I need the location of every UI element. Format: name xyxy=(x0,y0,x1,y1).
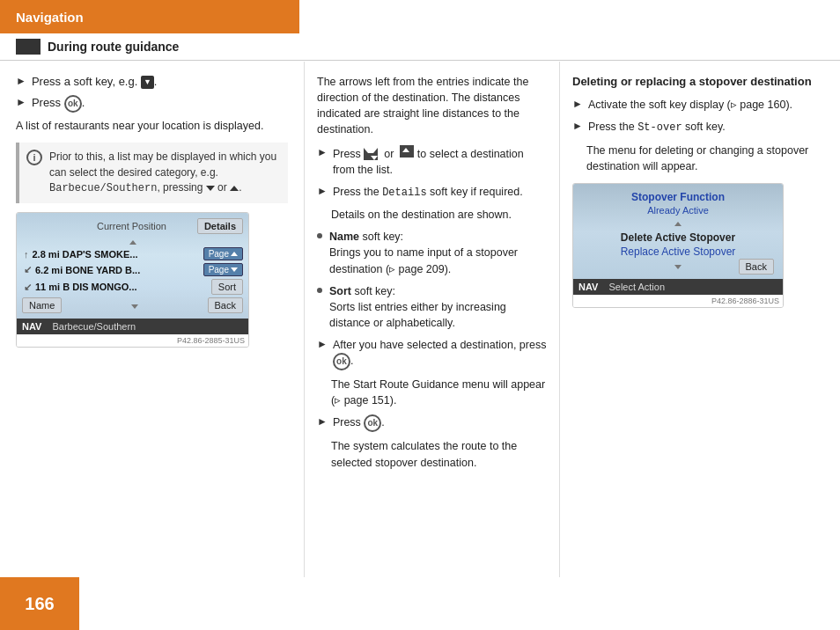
nav-entry-2-row: ↙ 6.2 mi BONE YARD B... Page xyxy=(22,263,243,276)
nav-entry-1-dist: 2.8 mi xyxy=(33,249,60,260)
nav-entry-2: ↙ 6.2 mi BONE YARD B... xyxy=(22,263,203,276)
mid-dot-4 xyxy=(317,288,322,293)
subheader-subtitle: During route guidance xyxy=(48,40,179,54)
stopover-tri-down-icon xyxy=(674,265,682,269)
mid-bullet-4: Sort soft key: Sorts list entries either… xyxy=(317,283,547,331)
nav-entry-3-name: B DIS MONGO... xyxy=(63,282,136,292)
down-arrow-icon xyxy=(206,186,215,191)
nav-entry-1-row: ↑ 2.8 mi DAP'S SMOKE... Page xyxy=(22,247,243,260)
right-column: Deleting or replacing a stopover destina… xyxy=(559,62,840,577)
nav-page-label-2: Page xyxy=(209,265,229,275)
info-icon: i xyxy=(26,150,42,165)
page-number: 166 xyxy=(25,594,54,614)
ok-icon-mid-1: ok xyxy=(333,353,350,370)
tri-up-sm-icon xyxy=(129,240,136,245)
page-number-box: 166 xyxy=(0,577,79,630)
page-up-icon xyxy=(231,252,238,256)
mid-bullet-5-text: After you have selected a destination, p… xyxy=(333,337,547,370)
bullet-arrow-1: ► xyxy=(16,75,26,87)
nav-tri-down-footer-icon xyxy=(131,304,138,309)
nav-entry-2-dist: 6.2 mi xyxy=(35,265,63,275)
nav-status-nav-label: NAV xyxy=(22,321,41,332)
stopover-mockup: Stopover Function Already Active Delete … xyxy=(572,183,784,308)
left-bullet-2-text: Press ok. xyxy=(32,95,288,113)
stopover-tri-up xyxy=(582,219,774,228)
nav-back-btn[interactable]: Back xyxy=(208,297,243,313)
right-bullet-1: ► Activate the soft key display (▹ page … xyxy=(572,97,828,113)
nav-entry-3-row: ↙ 11 mi B DIS MONGO... Sort xyxy=(22,279,243,295)
down-icon-mid xyxy=(364,148,378,160)
nav-entry-3-arrow: ↙ xyxy=(24,282,32,293)
ok-icon-1: ok xyxy=(64,95,82,113)
nav-entry-1: ↑ 2.8 mi DAP'S SMOKE... xyxy=(22,248,203,260)
mid-intro: The arrows left from the entries indicat… xyxy=(317,74,547,138)
stopover-status-bar: NAV Select Action xyxy=(573,279,783,295)
name-softkey-label: Name xyxy=(329,231,359,243)
nav-status-bar: NAV Barbecue/Southern xyxy=(17,319,248,334)
mid-details-shown: Details on the destination are shown. xyxy=(331,207,547,223)
header-bar: Navigation xyxy=(0,0,299,33)
right-bullet-2-arrow: ► xyxy=(572,120,583,132)
mid-bullet-6-text: Press ok. xyxy=(333,414,547,432)
right-bullet-2-text: Press the St-over soft key. xyxy=(588,119,828,136)
mid-bullet-2: ► Press the Details soft key if required… xyxy=(317,184,547,201)
stopover-status-nav-label: NAV xyxy=(578,282,598,292)
stopover-tri-down xyxy=(674,262,682,271)
stopover-body: Stopover Function Already Active Delete … xyxy=(573,184,783,279)
right-section-title: Deleting or replacing a stopover destina… xyxy=(572,74,828,90)
left-paragraph: A list of restaurants near your location… xyxy=(16,118,288,134)
nav-details-btn[interactable]: Details xyxy=(197,218,243,234)
nav-body: Current Position Details ↑ 2.8 mi DAP'S … xyxy=(17,213,248,319)
right-bullet-1-arrow: ► xyxy=(572,98,583,110)
subheader-bar xyxy=(16,39,41,55)
nav-entry-1-name: DAP'S SMOKE... xyxy=(63,249,138,260)
info-box: i Prior to this, a list may be displayed… xyxy=(16,143,288,203)
up-icon-mid xyxy=(400,145,414,158)
sort-softkey-label: Sort xyxy=(329,285,351,297)
code-text: Barbecue/Southern xyxy=(49,182,157,194)
mid-start-route: The Start Route Guidance menu will appea… xyxy=(331,377,547,408)
nav-footer-row: Name Back xyxy=(22,297,243,313)
stopover-footer: Back xyxy=(582,261,774,272)
nav-current-position-row: Current Position Details xyxy=(22,218,243,234)
mid-bullet-3-text: Name soft key: Brings you to name input … xyxy=(329,229,547,276)
info-text: Prior to this, a list may be displayed i… xyxy=(49,150,281,196)
nav-entry-2-arrow: ↙ xyxy=(24,264,32,275)
left-bullet-2: ► Press ok. xyxy=(16,95,288,113)
nav-page-up-btn[interactable]: Page xyxy=(203,247,243,260)
stopover-ref: P42.86-2886-31US xyxy=(573,295,783,307)
stopover-delete-label: Delete Active Stopover xyxy=(582,231,774,244)
mid-bullet-1: ► Press or to select a destination from … xyxy=(317,145,547,178)
main-content: ► Press a soft key, e.g. ▼. ► Press ok. … xyxy=(0,62,840,577)
stopover-title: Stopover Function xyxy=(582,191,774,203)
nav-mockup: Current Position Details ↑ 2.8 mi DAP'S … xyxy=(16,212,249,348)
left-bullet-1-text: Press a soft key, e.g. ▼. xyxy=(32,74,288,90)
stopover-tri-up-icon xyxy=(674,222,682,226)
nav-page-down-btn[interactable]: Page xyxy=(203,263,243,276)
mid-system-calc: The system calculates the route to the s… xyxy=(331,438,547,470)
left-column: ► Press a soft key, e.g. ▼. ► Press ok. … xyxy=(0,62,304,577)
up-arrow-icon xyxy=(230,186,239,191)
mid-bullet-1-arrow: ► xyxy=(317,146,328,158)
mid-bullet-6-arrow: ► xyxy=(317,415,328,428)
details-code: Details xyxy=(382,187,426,199)
nav-page-label-1: Page xyxy=(209,249,229,259)
header-title: Navigation xyxy=(16,10,84,25)
nav-entry-3: ↙ 11 mi B DIS MONGO... xyxy=(22,281,211,294)
mid-bullet-6: ► Press ok. xyxy=(317,414,547,432)
stopover-subtitle: Already Active xyxy=(582,205,774,216)
ok-icon-mid-2: ok xyxy=(364,414,381,432)
nav-current-position-label: Current Position xyxy=(66,221,197,231)
middle-column: The arrows left from the entries indicat… xyxy=(304,62,559,577)
nav-sort-btn[interactable]: Sort xyxy=(211,279,243,295)
nav-entry-3-dist: 11 mi xyxy=(35,282,60,292)
mid-bullet-5-arrow: ► xyxy=(317,338,328,350)
subheader: During route guidance xyxy=(0,33,840,61)
nav-entry-2-name: BONE YARD B... xyxy=(65,265,140,275)
stopover-back-btn[interactable]: Back xyxy=(739,259,774,275)
stopover-replace-label: Replace Active Stopover xyxy=(582,245,774,258)
nav-entry-1-arrow: ↑ xyxy=(24,249,29,260)
right-bullet-1-text: Activate the soft key display (▹ page 16… xyxy=(588,97,828,113)
mid-dot-3 xyxy=(317,233,322,238)
nav-name-btn[interactable]: Name xyxy=(22,297,62,313)
